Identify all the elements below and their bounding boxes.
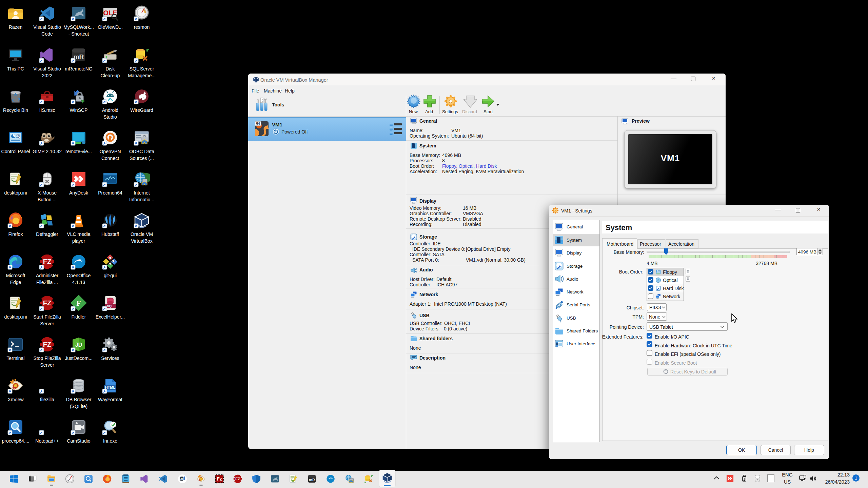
svg-text:OLE: OLE [103,9,117,17]
svg-text:64: 64 [256,122,260,125]
svg-text:F: F [76,299,81,307]
svg-text:AI: AI [180,477,183,481]
svg-text:mR: mR [309,478,315,482]
svg-text:SQL: SQL [107,304,114,308]
svg-text:JD: JD [75,342,82,348]
svg-text:HTML: HTML [105,385,116,389]
